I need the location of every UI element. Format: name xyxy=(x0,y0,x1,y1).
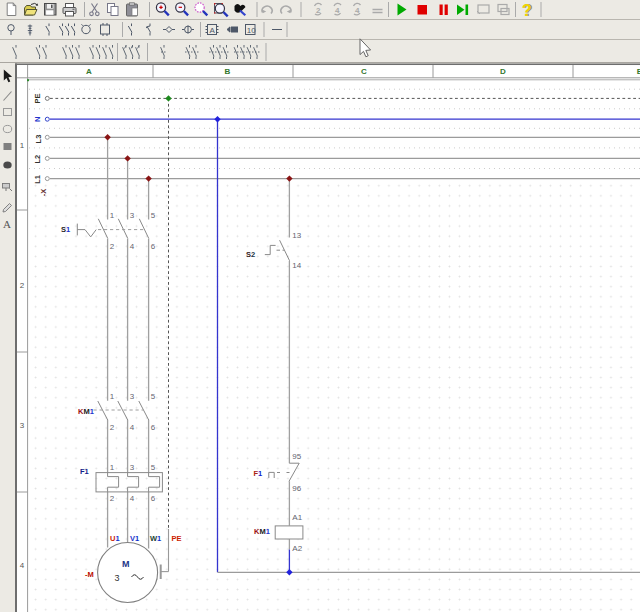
svg-text:2: 2 xyxy=(110,242,115,251)
svg-text:2: 2 xyxy=(20,281,25,290)
svg-text:A2: A2 xyxy=(292,544,302,553)
svg-text:KM1: KM1 xyxy=(254,527,270,536)
svg-text:S2: S2 xyxy=(246,250,255,259)
svg-text:1: 1 xyxy=(110,463,115,472)
svg-text:5: 5 xyxy=(151,392,156,401)
svg-text:B: B xyxy=(225,67,231,76)
svg-text:4: 4 xyxy=(355,6,360,15)
svg-text:U1: U1 xyxy=(110,534,120,543)
svg-text:A1: A1 xyxy=(292,513,302,522)
svg-text:L1: L1 xyxy=(34,175,43,184)
svg-text:6: 6 xyxy=(151,242,156,251)
svg-text:2: 2 xyxy=(110,423,115,432)
svg-text:W1: W1 xyxy=(150,534,161,543)
svg-text:-M: -M xyxy=(85,570,94,579)
svg-text:2: 2 xyxy=(110,494,115,503)
svg-text:95: 95 xyxy=(292,452,301,461)
svg-text:PE: PE xyxy=(34,93,43,103)
svg-text:PE: PE xyxy=(172,534,182,543)
svg-text:3: 3 xyxy=(130,211,135,220)
svg-text:M: M xyxy=(122,559,130,569)
svg-text:4: 4 xyxy=(130,423,135,432)
svg-text:S1: S1 xyxy=(61,225,70,234)
svg-text:4: 4 xyxy=(130,242,135,251)
svg-text:L3: L3 xyxy=(34,135,43,144)
svg-text:5: 5 xyxy=(151,463,156,472)
svg-text:6: 6 xyxy=(151,423,156,432)
svg-text:3: 3 xyxy=(130,392,135,401)
svg-text:4: 4 xyxy=(20,561,25,570)
svg-text:L2: L2 xyxy=(34,155,43,164)
svg-text:3: 3 xyxy=(115,573,120,583)
svg-text:13: 13 xyxy=(292,231,301,240)
svg-text:A: A xyxy=(3,218,11,230)
svg-text:KM1: KM1 xyxy=(78,407,94,416)
svg-text:4: 4 xyxy=(130,494,135,503)
svg-text:5: 5 xyxy=(151,211,156,220)
svg-text:V1: V1 xyxy=(130,534,139,543)
svg-text:96: 96 xyxy=(292,484,301,493)
svg-text:14: 14 xyxy=(292,261,301,270)
svg-text:1: 1 xyxy=(110,392,115,401)
svg-text:1: 1 xyxy=(110,211,115,220)
svg-text:C: C xyxy=(361,67,367,76)
svg-text:F1: F1 xyxy=(254,469,263,478)
svg-text:?: ? xyxy=(522,2,532,19)
svg-text:6: 6 xyxy=(151,494,156,503)
svg-text:1: 1 xyxy=(20,141,25,150)
svg-text:-X: -X xyxy=(39,189,48,197)
svg-text:2: 2 xyxy=(316,6,321,15)
svg-text:F1: F1 xyxy=(80,467,89,476)
svg-text:4: 4 xyxy=(335,6,340,15)
svg-text:10: 10 xyxy=(247,26,256,35)
svg-text:3: 3 xyxy=(20,421,25,430)
svg-text:A: A xyxy=(210,26,216,35)
svg-text:N: N xyxy=(34,116,43,121)
svg-text:3: 3 xyxy=(130,463,135,472)
svg-text:A: A xyxy=(86,67,92,76)
svg-text:D: D xyxy=(500,67,506,76)
